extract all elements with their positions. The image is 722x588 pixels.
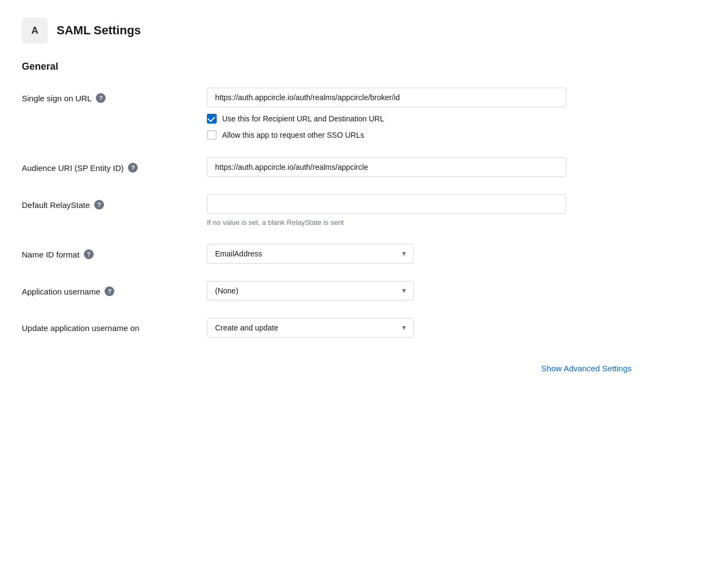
audience-uri-input[interactable] [207, 157, 566, 177]
name-id-format-row: Name ID format ? EmailAddress Unspecifie… [22, 244, 632, 264]
single-sign-on-url-input-col: Use this for Recipient URL and Destinati… [207, 88, 566, 140]
application-username-help-icon[interactable]: ? [105, 286, 114, 296]
audience-uri-label: Audience URI (SP Entity ID) [22, 163, 124, 173]
name-id-format-help-icon[interactable]: ? [84, 249, 94, 259]
update-app-username-select-wrapper: Create and update Create only ▼ [207, 318, 414, 338]
single-sign-on-url-input[interactable] [207, 88, 566, 107]
update-app-username-label-col: Update application username on [22, 318, 185, 333]
general-section: General Single sign on URL ? Use this fo… [22, 61, 632, 373]
single-sign-on-url-label: Single sign on URL [22, 94, 91, 103]
page-header: A SAML Settings [22, 17, 632, 44]
audience-uri-label-col: Audience URI (SP Entity ID) ? [22, 157, 185, 173]
audience-uri-row: Audience URI (SP Entity ID) ? [22, 157, 632, 177]
allow-sso-checkbox-item[interactable]: Allow this app to request other SSO URLs [207, 130, 566, 140]
name-id-format-label-col: Name ID format ? [22, 244, 185, 259]
update-app-username-input-col: Create and update Create only ▼ [207, 318, 566, 338]
app-icon: A [22, 17, 48, 44]
section-title: General [22, 61, 632, 72]
recipient-url-checkbox-label: Use this for Recipient URL and Destinati… [222, 114, 384, 123]
default-relay-state-input-col: If no value is set, a blank RelayState i… [207, 194, 566, 226]
name-id-format-input-col: EmailAddress Unspecified X509SubjectName… [207, 244, 566, 264]
update-app-username-row: Update application username on Create an… [22, 318, 632, 338]
show-advanced-settings-link[interactable]: Show Advanced Settings [541, 364, 632, 373]
default-relay-state-row: Default RelayState ? If no value is set,… [22, 194, 632, 226]
application-username-label: Application username [22, 287, 100, 296]
single-sign-on-url-label-col: Single sign on URL ? [22, 88, 185, 103]
sso-checkbox-group: Use this for Recipient URL and Destinati… [207, 114, 566, 140]
advanced-settings-row: Show Advanced Settings [22, 355, 632, 373]
default-relay-state-label: Default RelayState [22, 200, 90, 210]
default-relay-state-help-icon[interactable]: ? [94, 200, 104, 210]
default-relay-state-hint: If no value is set, a blank RelayState i… [207, 218, 566, 226]
audience-uri-help-icon[interactable]: ? [128, 163, 138, 173]
name-id-format-select-wrapper: EmailAddress Unspecified X509SubjectName… [207, 244, 414, 264]
default-relay-state-input[interactable] [207, 194, 566, 214]
name-id-format-label: Name ID format [22, 250, 79, 259]
application-username-select[interactable]: (None) Okta username Email AD SAM Accoun… [207, 281, 414, 301]
update-app-username-label: Update application username on [22, 323, 139, 333]
application-username-row: Application username ? (None) Okta usern… [22, 281, 632, 301]
recipient-url-checkbox-item[interactable]: Use this for Recipient URL and Destinati… [207, 114, 566, 124]
application-username-select-wrapper: (None) Okta username Email AD SAM Accoun… [207, 281, 414, 301]
single-sign-on-url-help-icon[interactable]: ? [96, 93, 106, 103]
application-username-input-col: (None) Okta username Email AD SAM Accoun… [207, 281, 566, 301]
name-id-format-select[interactable]: EmailAddress Unspecified X509SubjectName… [207, 244, 414, 264]
allow-sso-checkbox[interactable] [207, 130, 217, 140]
update-app-username-select[interactable]: Create and update Create only [207, 318, 414, 338]
recipient-url-checkbox[interactable] [207, 114, 217, 124]
allow-sso-checkbox-label: Allow this app to request other SSO URLs [222, 131, 364, 139]
default-relay-state-label-col: Default RelayState ? [22, 194, 185, 210]
application-username-label-col: Application username ? [22, 281, 185, 296]
page-title: SAML Settings [57, 23, 141, 38]
audience-uri-input-col [207, 157, 566, 177]
single-sign-on-url-row: Single sign on URL ? Use this for Recipi… [22, 88, 632, 140]
